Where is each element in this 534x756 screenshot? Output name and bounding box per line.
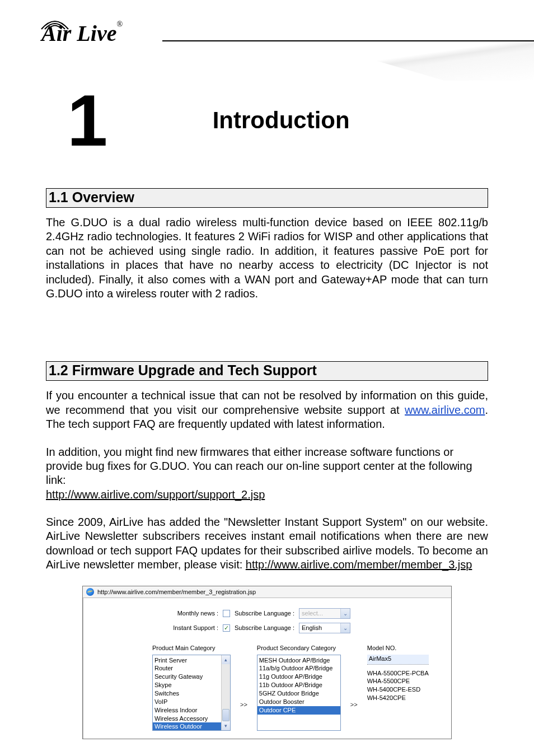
section-1-2-paragraph-1: If you encounter a technical issue that …	[46, 389, 488, 431]
main-category-caption: Product Main Category	[152, 645, 231, 651]
model-column: Model NO. AirMax5 WHA-5500CPE-PCBAWHA-55…	[367, 645, 429, 702]
monthly-news-row: Monthly news : Subscribe Language : sele…	[152, 608, 443, 619]
list-item[interactable]: Print Server	[154, 656, 219, 665]
section-1-1-paragraph-1: The G.DUO is a dual radio wireless multi…	[46, 216, 488, 301]
list-item[interactable]: 11a/b/g Outdoor AP/Bridge	[259, 664, 339, 673]
list-item[interactable]: WHA-5500CPE-PCBA	[367, 669, 429, 678]
list-item[interactable]: WH-5400CPE-ESD	[367, 685, 429, 694]
arrow-right-1[interactable]: >>	[238, 701, 249, 708]
list-item[interactable]: Outdoor CPE	[257, 706, 340, 715]
section-1-2-paragraph-3: Since 2009, AirLive has added the "Newsl…	[46, 515, 488, 572]
section-1-2-heading: 1.2 Firmware Upgrade and Tech Support	[46, 361, 488, 381]
address-url: http://www.airlive.com/member/member_3_r…	[97, 589, 256, 595]
list-item[interactable]: MESH Outdoor AP/Bridge	[259, 656, 339, 665]
chevron-down-icon: ⌄	[340, 609, 350, 618]
ie-icon	[86, 588, 94, 596]
section-1-2-paragraph-2: In addition, you might find new firmware…	[46, 445, 488, 502]
list-item[interactable]: VoIP	[154, 698, 219, 706]
scroll-thumb[interactable]	[222, 709, 229, 721]
newsletter-screenshot: http://www.airlive.com/member/member_3_r…	[82, 586, 452, 739]
chapter-header: 1 Introduction	[46, 84, 488, 157]
header-divider	[162, 40, 534, 41]
category-columns: Product Main Category Print ServerRouter…	[152, 645, 443, 731]
chapter-title: Introduction	[141, 107, 488, 134]
list-item[interactable]: Router	[154, 664, 219, 673]
list-item[interactable]: 11g Outdoor AP/Bridge	[259, 673, 339, 681]
list-item[interactable]: Outdoor Booster	[259, 698, 339, 706]
list-item[interactable]: Wireless Accessory	[154, 715, 219, 723]
model-caption: Model NO.	[367, 645, 429, 651]
main-category-listbox[interactable]: Print ServerRouterSecurity GatewaySkypeS…	[152, 655, 231, 731]
page-header: Air Live®	[0, 0, 534, 78]
instant-support-row: Instant Support : Subscribe Language : E…	[152, 623, 443, 633]
list-item[interactable]: Wireless Outdoor	[153, 722, 221, 730]
secondary-category-column: Product Secondary Category MESH Outdoor …	[257, 645, 341, 731]
monthly-news-label: Monthly news :	[152, 610, 218, 617]
secondary-category-listbox[interactable]: MESH Outdoor AP/Bridge11a/b/g Outdoor AP…	[257, 655, 341, 731]
header-gradient-wedge	[310, 41, 534, 81]
browser-address-bar: http://www.airlive.com/member/member_3_r…	[83, 586, 451, 598]
monthly-news-checkbox[interactable]	[223, 610, 230, 617]
instant-support-checkbox[interactable]	[223, 624, 230, 632]
instant-support-label: Instant Support :	[152, 624, 218, 631]
scroll-down-icon[interactable]: ▾	[222, 721, 230, 730]
monthly-language-select[interactable]: select... ⌄	[299, 608, 350, 619]
model-list: WHA-5500CPE-PCBAWHA-5500CPEWH-5400CPE-ES…	[367, 669, 429, 702]
list-item[interactable]: Switches	[154, 689, 219, 698]
list-item[interactable]: Skype	[154, 681, 219, 689]
airlive-logo: Air Live®	[41, 20, 153, 54]
chevron-down-icon: ⌄	[340, 623, 350, 633]
page-content: 1 Introduction 1.1 Overview The G.DUO is…	[0, 84, 534, 739]
list-item[interactable]: WHA-5500CPE	[367, 677, 429, 685]
list-item[interactable]: 5GHZ Outdoor Bridge	[259, 689, 339, 698]
airlive-link[interactable]: www.airlive.com	[405, 404, 485, 416]
instant-language-label: Subscribe Language :	[235, 624, 294, 631]
support-link[interactable]: http://www.airlive.com/support/support_2…	[46, 488, 265, 501]
scroll-up-icon[interactable]: ▴	[222, 655, 230, 664]
member-link[interactable]: http://www.airlive.com/member/member_3.j…	[246, 558, 472, 571]
model-input[interactable]: AirMax5	[367, 655, 429, 665]
list-item[interactable]: 11b Outdoor AP/Bridge	[259, 681, 339, 689]
scrollbar[interactable]: ▴ ▾	[221, 655, 230, 730]
chapter-number: 1	[67, 84, 107, 157]
secondary-category-caption: Product Secondary Category	[257, 645, 341, 651]
list-item[interactable]: Wireless Indoor	[154, 706, 219, 715]
section-1-1-heading: 1.1 Overview	[46, 188, 488, 208]
list-item[interactable]: WH-5420CPE	[367, 694, 429, 702]
logo-text: Air Live®	[41, 21, 123, 46]
arrow-right-2[interactable]: >>	[349, 701, 359, 708]
monthly-language-label: Subscribe Language :	[235, 610, 294, 617]
list-item[interactable]: Security Gateway	[154, 673, 219, 681]
main-category-column: Product Main Category Print ServerRouter…	[152, 645, 231, 731]
instant-language-select[interactable]: English ⌄	[299, 623, 350, 633]
